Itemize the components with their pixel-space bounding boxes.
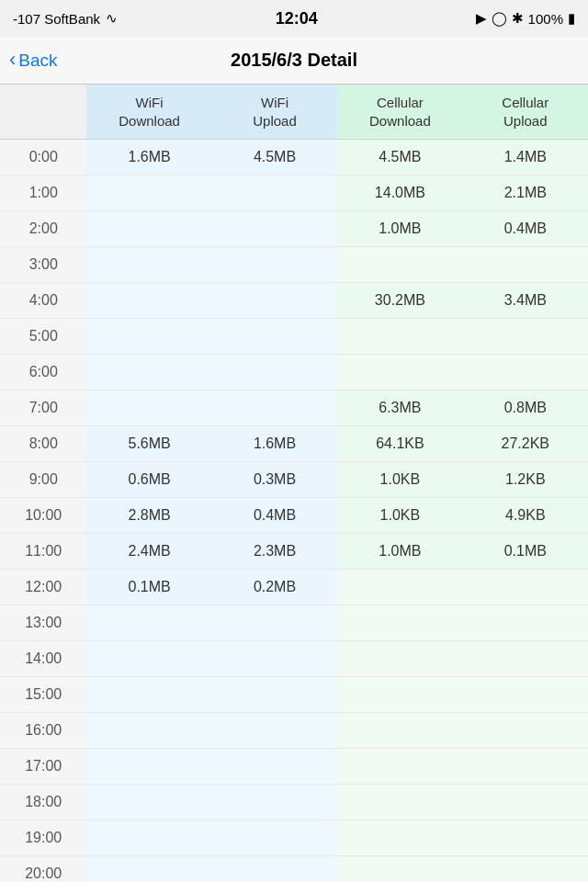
cell-download-cell: 30.2MB <box>337 283 462 319</box>
table-row: 6:00 <box>0 355 588 390</box>
table-row: 4:0030.2MB3.4MB <box>0 283 588 319</box>
wifi-download-cell <box>86 247 211 283</box>
table-row: 2:001.0MB0.4MB <box>0 211 588 247</box>
cell-upload-cell <box>463 355 588 390</box>
time-cell: 1:00 <box>0 175 86 211</box>
wifi-upload-cell: 0.4MB <box>212 498 337 534</box>
table-row: 13:00 <box>0 605 588 641</box>
page-title: 2015/6/3 Detail <box>231 50 357 71</box>
wifi-download-cell <box>86 641 211 677</box>
wifi-upload-cell <box>212 785 337 820</box>
wifi-upload-cell: 1.6MB <box>212 426 337 462</box>
table-row: 9:000.6MB0.3MB1.0KB1.2KB <box>0 462 588 498</box>
time-cell: 19:00 <box>0 820 86 856</box>
col-header-wifi-upload: WiFiUpload <box>212 85 337 140</box>
cell-download-cell <box>337 570 462 605</box>
wifi-upload-cell <box>212 749 337 785</box>
time-cell: 3:00 <box>0 247 86 283</box>
cell-download-cell <box>337 820 462 856</box>
wifi-upload-cell <box>212 355 337 390</box>
time-cell: 17:00 <box>0 749 86 785</box>
cell-upload-cell: 0.8MB <box>463 390 588 426</box>
cell-download-cell <box>337 785 462 820</box>
table-row: 14:00 <box>0 641 588 677</box>
cell-upload-cell: 1.4MB <box>463 140 588 175</box>
table-row: 8:005.6MB1.6MB64.1KB27.2KB <box>0 426 588 462</box>
back-button[interactable]: ‹ Back <box>9 51 58 71</box>
time-cell: 10:00 <box>0 498 86 534</box>
cell-upload-cell: 2.1MB <box>463 175 588 211</box>
time-cell: 13:00 <box>0 605 86 641</box>
cell-download-cell <box>337 856 462 883</box>
cell-upload-cell: 27.2KB <box>463 426 588 462</box>
wifi-download-cell <box>86 820 211 856</box>
wifi-upload-cell <box>212 283 337 319</box>
wifi-download-cell <box>86 175 211 211</box>
cell-upload-cell <box>463 570 588 605</box>
wifi-download-cell <box>86 283 211 319</box>
data-table-container: WiFiDownload WiFiUpload CellularDownload… <box>0 85 588 882</box>
wifi-upload-cell <box>212 856 337 883</box>
time-cell: 0:00 <box>0 140 86 175</box>
cell-download-cell: 1.0MB <box>337 534 462 570</box>
time-cell: 11:00 <box>0 534 86 570</box>
table-body: 0:001.6MB4.5MB4.5MB1.4MB1:0014.0MB2.1MB2… <box>0 140 588 883</box>
wifi-upload-cell: 0.2MB <box>212 570 337 605</box>
battery-icon: ▮ <box>568 10 575 27</box>
wifi-download-cell: 0.1MB <box>86 570 211 605</box>
cell-download-cell <box>337 355 462 390</box>
back-label: Back <box>18 51 57 71</box>
wifi-download-cell <box>86 319 211 355</box>
bluetooth-icon: ✱ <box>512 10 524 27</box>
back-chevron-icon: ‹ <box>9 50 16 70</box>
cell-upload-cell <box>463 641 588 677</box>
table-row: 19:00 <box>0 820 588 856</box>
wifi-upload-cell: 4.5MB <box>212 140 337 175</box>
wifi-upload-cell <box>212 211 337 247</box>
wifi-download-cell <box>86 677 211 713</box>
wifi-upload-cell <box>212 605 337 641</box>
cell-download-cell: 14.0MB <box>337 175 462 211</box>
wifi-upload-cell <box>212 175 337 211</box>
table-row: 7:006.3MB0.8MB <box>0 390 588 426</box>
wifi-upload-cell <box>212 319 337 355</box>
cell-download-cell: 6.3MB <box>337 390 462 426</box>
time-cell: 5:00 <box>0 319 86 355</box>
wifi-download-cell <box>86 856 211 883</box>
table-row: 11:002.4MB2.3MB1.0MB0.1MB <box>0 534 588 570</box>
table-row: 3:00 <box>0 247 588 283</box>
col-header-time <box>0 85 86 140</box>
time-cell: 9:00 <box>0 462 86 498</box>
wifi-upload-cell: 0.3MB <box>212 462 337 498</box>
carrier-label: -107 SoftBank <box>13 11 100 27</box>
time-cell: 20:00 <box>0 856 86 883</box>
time-cell: 6:00 <box>0 355 86 390</box>
cell-upload-cell <box>463 856 588 883</box>
location-icon: ▶ <box>476 10 487 27</box>
cell-download-cell: 64.1KB <box>337 426 462 462</box>
time-cell: 16:00 <box>0 713 86 749</box>
status-bar: -107 SoftBank ∿ 12:04 ▶ ◯ ✱ 100% ▮ <box>0 0 588 37</box>
wifi-download-cell: 2.8MB <box>86 498 211 534</box>
cell-upload-cell: 4.9KB <box>463 498 588 534</box>
wifi-download-cell <box>86 390 211 426</box>
cell-download-cell <box>337 713 462 749</box>
cell-download-cell <box>337 677 462 713</box>
wifi-icon: ∿ <box>106 10 118 27</box>
wifi-upload-cell <box>212 641 337 677</box>
cell-upload-cell <box>463 319 588 355</box>
cell-upload-cell <box>463 749 588 785</box>
table-row: 5:00 <box>0 319 588 355</box>
table-header: WiFiDownload WiFiUpload CellularDownload… <box>0 85 588 140</box>
wifi-download-cell: 0.6MB <box>86 462 211 498</box>
status-time: 12:04 <box>276 9 318 28</box>
wifi-upload-cell <box>212 820 337 856</box>
col-header-wifi-download: WiFiDownload <box>86 85 211 140</box>
time-cell: 14:00 <box>0 641 86 677</box>
cell-download-cell <box>337 749 462 785</box>
col-header-cell-upload: CellularUpload <box>463 85 588 140</box>
wifi-upload-cell <box>212 390 337 426</box>
time-cell: 12:00 <box>0 570 86 605</box>
cell-download-cell: 4.5MB <box>337 140 462 175</box>
wifi-upload-cell <box>212 713 337 749</box>
